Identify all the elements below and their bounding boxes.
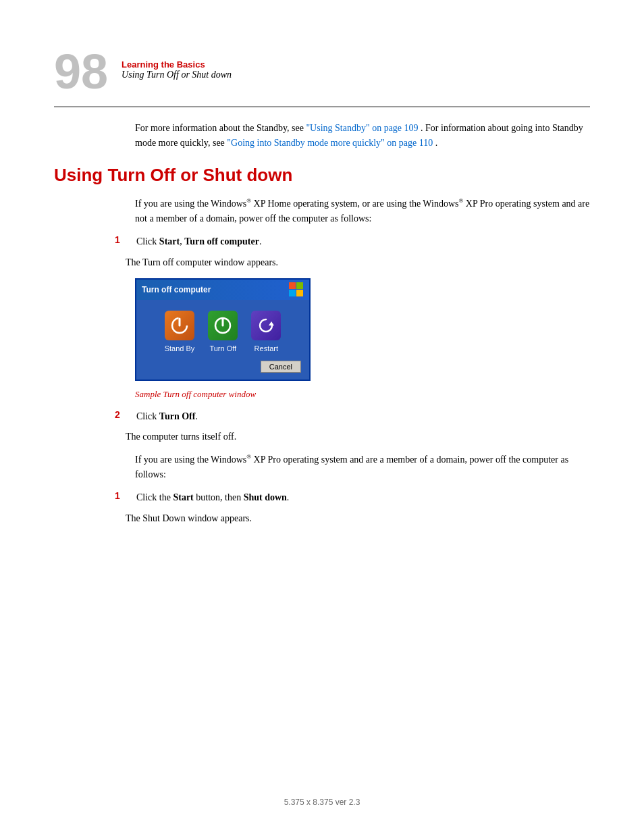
dialog-titlebar: Turn off computer [136, 280, 309, 300]
step-1-bold-start: Start [159, 236, 180, 246]
dialog-body: Stand By Turn Off [136, 300, 309, 380]
standby-quickly-link[interactable]: "Going into Standby mode more quickly" o… [227, 138, 433, 148]
svg-rect-3 [296, 290, 303, 296]
page-number: 98 [54, 47, 108, 96]
turnoff-label: Turn Off [209, 344, 236, 353]
step-2: 2 Click Turn Off. [135, 409, 590, 424]
restart-option: Restart [251, 311, 281, 353]
dialog-caption: Sample Turn off computer window [135, 389, 590, 400]
step-2-content: Click Turn Off. [136, 409, 198, 424]
step-3-bold-shutdown: Shut down [244, 492, 287, 502]
standby-power-icon [170, 316, 189, 335]
dialog-title: Turn off computer [142, 285, 211, 294]
body-paragraph-2: If you are using the Windows® XP Pro ope… [135, 452, 590, 482]
standby-icon [165, 311, 194, 340]
step-1: 1 Click Start, Turn off computer. [135, 234, 590, 249]
step-3: 1 Click the Start button, then Shut down… [135, 490, 590, 505]
step-3-bold-start: Start [173, 492, 193, 502]
step-1-subtext: The Turn off computer window appears. [126, 255, 590, 270]
footer-text: 5.375 x 8.375 ver 2.3 [284, 798, 360, 807]
step-2-number: 2 [115, 409, 126, 420]
page-footer: 5.375 x 8.375 ver 2.3 [0, 798, 644, 807]
body-paragraph-1: If you are using the Windows® XP Home op… [135, 196, 590, 226]
restart-label: Restart [254, 344, 278, 353]
step-3-content: Click the Start button, then Shut down. [136, 490, 289, 505]
section-heading: Using Turn Off or Shut down [54, 165, 590, 186]
step-1-content: Click Start, Turn off computer. [136, 234, 261, 249]
main-content: For more information about the Standby, … [0, 107, 644, 526]
intro-text-3: . [435, 138, 438, 148]
restart-icon [251, 311, 281, 340]
step-3-number: 1 [115, 490, 126, 501]
intro-paragraph: For more information about the Standby, … [135, 121, 590, 151]
windows-logo-icon [289, 282, 304, 297]
turn-off-computer-dialog: Turn off computer [135, 278, 311, 381]
step-3-subtext: The Shut Down window appears. [126, 511, 590, 526]
standby-option: Stand By [165, 311, 195, 353]
titlebar-left: Turn off computer [142, 285, 211, 294]
dialog-buttons-row: Stand By Turn Off [165, 311, 281, 353]
svg-marker-8 [269, 321, 274, 325]
intro-text-1: For more information about the Standby, … [135, 123, 306, 133]
page-container: 98 Learning the Basics Using Turn Off or… [0, 0, 644, 834]
turnoff-icon [208, 311, 238, 340]
standby-label: Stand By [165, 344, 195, 353]
restart-icon-svg [257, 316, 275, 335]
cancel-button[interactable]: Cancel [261, 361, 301, 373]
chapter-title: Learning the Basics [122, 59, 232, 70]
svg-rect-0 [289, 282, 296, 289]
turnoff-option: Turn Off [208, 311, 238, 353]
turnoff-power-icon [213, 316, 232, 335]
step-2-subtext: The computer turns itself off. [126, 429, 590, 444]
step-2-bold: Turn Off [159, 411, 196, 421]
chapter-subtitle: Using Turn Off or Shut down [122, 70, 232, 80]
svg-rect-2 [289, 290, 296, 296]
page-header: 98 Learning the Basics Using Turn Off or… [0, 0, 644, 96]
standby-link[interactable]: "Using Standby" on page 109 [306, 123, 418, 133]
cancel-row: Cancel [144, 361, 301, 373]
header-text: Learning the Basics Using Turn Off or Sh… [122, 54, 232, 80]
step-1-number: 1 [115, 234, 126, 245]
step-1-bold-turnoff: Turn off computer [184, 236, 259, 246]
svg-rect-1 [296, 282, 303, 289]
